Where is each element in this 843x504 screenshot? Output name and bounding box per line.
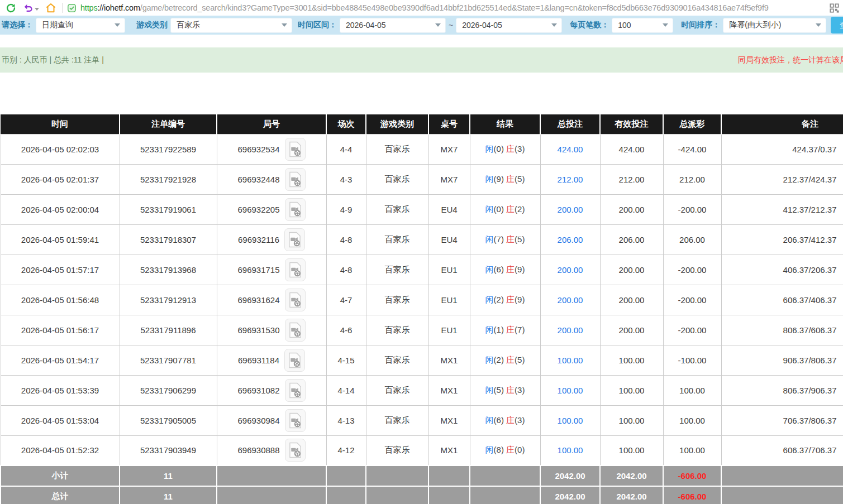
cell-time: 2026-04-05 01:56:17: [1, 315, 120, 345]
total-bet-link[interactable]: 100.00: [558, 416, 583, 425]
video-replay-button[interactable]: [285, 168, 306, 191]
video-replay-button[interactable]: [285, 379, 306, 402]
cell-remark: 706.37/806.37: [721, 405, 843, 435]
date-to-select[interactable]: 2026-04-05: [456, 18, 562, 33]
video-replay-button[interactable]: [285, 198, 306, 221]
player-score: (6): [494, 415, 504, 425]
cell-session: 4-4: [326, 134, 366, 164]
cell-valid-bet: 100.00: [600, 405, 663, 435]
player-score: (0): [494, 144, 504, 153]
cell-table-no: EU4: [428, 224, 470, 255]
table-row: 2026-04-05 01:56:17 523317911896 6969315…: [1, 315, 843, 345]
undo-icon[interactable]: [23, 3, 33, 13]
undo-dropdown-caret[interactable]: [35, 8, 39, 11]
shield-check-icon[interactable]: [67, 3, 77, 13]
page-size-label: 每页笔数：: [570, 20, 609, 30]
game-type-select[interactable]: 百家乐: [170, 18, 292, 33]
cell-time: 2026-04-05 02:01:37: [1, 164, 120, 194]
total-bet-link[interactable]: 212.00: [558, 175, 583, 184]
player-score: (2): [494, 295, 504, 304]
table-row: 2026-04-05 01:53:04 523317905005 6969309…: [1, 405, 843, 435]
url-bar[interactable]: https://iohetf.com/game/betrecord_search…: [80, 3, 843, 12]
cell-total-bet: 424.00: [540, 134, 600, 164]
refresh-icon[interactable]: [6, 3, 16, 13]
banker-label: 庄: [506, 144, 515, 153]
search-button[interactable]: 查询: [831, 17, 843, 33]
cell-time: 2026-04-05 01:54:17: [1, 345, 120, 375]
table-row: 2026-04-05 01:56:48 523317912913 6969316…: [1, 285, 843, 315]
cell-game-type: 百家乐: [366, 255, 428, 285]
cell-empty: [326, 486, 366, 504]
sort-select[interactable]: 降幂(由大到小): [723, 18, 826, 33]
chevron-down-icon: [551, 23, 557, 27]
cell-empty: [721, 465, 843, 486]
total-bet-link[interactable]: 200.00: [558, 325, 583, 335]
subtotal-count: 11: [120, 465, 217, 486]
range-separator: ~: [449, 21, 453, 30]
video-replay-button[interactable]: [285, 258, 306, 281]
cell-empty: [470, 465, 540, 486]
total-bet-link[interactable]: 206.00: [558, 235, 583, 244]
total-payout: -606.00: [663, 486, 721, 504]
cell-table-no: MX7: [428, 164, 470, 194]
url-scheme: https: [80, 3, 97, 12]
cell-result: 闲(0) 庄(2): [470, 194, 540, 224]
video-replay-button[interactable]: [285, 289, 306, 311]
cell-result: 闲(0) 庄(3): [470, 134, 540, 164]
player-score: (8): [494, 445, 504, 454]
video-film-icon: [288, 232, 302, 248]
banker-label: 庄: [506, 385, 515, 395]
video-replay-button[interactable]: [285, 439, 306, 462]
summary-bar: 币别 : 人民币 | 总共 :11 注单 | 同局有效投注，统一计算在该局: [0, 47, 843, 73]
video-replay-button[interactable]: [285, 319, 306, 342]
player-score: (2): [494, 355, 504, 364]
total-bet-link[interactable]: 200.00: [558, 265, 583, 275]
video-film-icon: [288, 141, 302, 157]
video-film-icon: [288, 292, 302, 308]
round-number: 696932205: [237, 205, 279, 214]
cell-result: 闲(6) 庄(9): [470, 255, 540, 285]
banker-score: (5): [515, 234, 525, 244]
video-replay-button[interactable]: [285, 409, 306, 432]
cell-result: 闲(2) 庄(9): [470, 285, 540, 315]
browser-toolbar: https://iohetf.com/game/betrecord_search…: [0, 0, 843, 16]
total-bet-link[interactable]: 200.00: [558, 205, 583, 214]
total-bet-link[interactable]: 100.00: [558, 445, 583, 455]
cell-total-bet: 100.00: [540, 345, 600, 375]
cell-payout: 100.00: [663, 375, 721, 405]
chevron-down-icon: [663, 23, 668, 27]
query-type-select[interactable]: 日期查询: [36, 18, 125, 33]
total-bet-link[interactable]: 424.00: [558, 145, 583, 154]
cell-empty: [470, 486, 540, 504]
date-from-value: 2026-04-05: [346, 21, 386, 30]
cell-session: 4-3: [326, 164, 366, 194]
cell-remark: 212.37/424.37: [721, 164, 843, 194]
cell-round-no: 696931082: [217, 375, 326, 405]
cell-payout: -200.00: [663, 255, 721, 285]
total-bet-link[interactable]: 100.00: [558, 386, 583, 395]
cell-time: 2026-04-05 01:57:17: [1, 255, 120, 285]
sort-value: 降幂(由大到小): [729, 20, 781, 30]
banker-label: 庄: [506, 234, 515, 244]
date-from-select[interactable]: 2026-04-05: [340, 18, 446, 33]
cell-empty: [366, 486, 428, 504]
qr-code-icon[interactable]: [830, 3, 839, 13]
total-bet-link[interactable]: 200.00: [558, 295, 583, 305]
player-label: 闲: [485, 204, 494, 214]
cell-game-type: 百家乐: [366, 224, 428, 255]
total-total-bet: 2042.00: [540, 486, 600, 504]
home-icon[interactable]: [45, 2, 56, 13]
bet-record-table: 时间 注单编号 局号 场次 游戏类别 桌号 结果 总投注 有效投注 总派彩 备注…: [0, 114, 843, 504]
cell-valid-bet: 100.00: [600, 345, 663, 375]
video-replay-button[interactable]: [284, 349, 305, 372]
cell-remark: 424.37/0.37: [721, 134, 843, 164]
page-size-select[interactable]: 100: [612, 18, 673, 33]
video-film-icon: [288, 442, 302, 458]
total-bet-link[interactable]: 100.00: [558, 356, 583, 365]
banker-score: (5): [515, 174, 525, 184]
player-label: 闲: [485, 445, 494, 454]
video-replay-button[interactable]: [284, 228, 305, 251]
video-replay-button[interactable]: [285, 138, 306, 161]
cell-payout: 100.00: [663, 405, 721, 435]
player-label: 闲: [485, 295, 494, 304]
